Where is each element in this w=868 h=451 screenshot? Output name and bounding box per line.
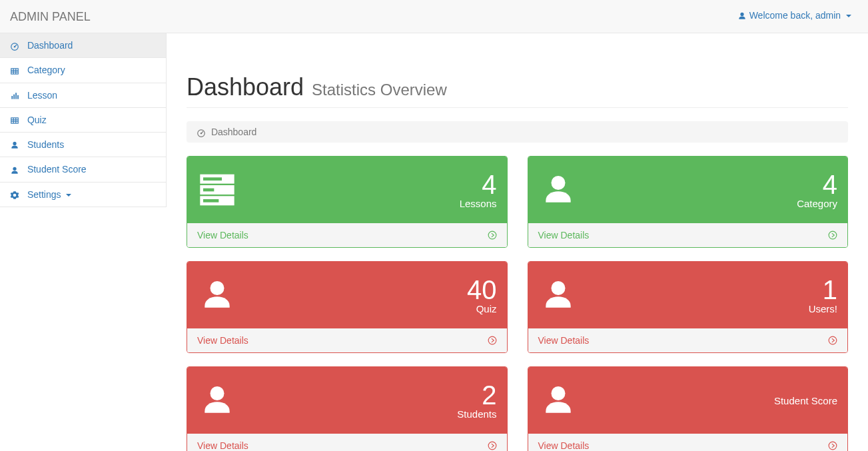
page-header: Dashboard Statistics Overview — [187, 73, 848, 108]
view-details-link[interactable]: View Details — [528, 223, 848, 247]
card-value: 1 — [809, 276, 837, 303]
sidebar-item-label: Lesson — [27, 90, 57, 101]
card-student-score: Student Score View Details — [528, 366, 849, 451]
arrow-right-icon — [828, 336, 837, 345]
table-icon — [10, 116, 21, 125]
card-users: 1 Users! View Details — [528, 261, 849, 353]
user-icon — [10, 166, 21, 175]
user-menu[interactable]: Welcome back, admin — [731, 0, 858, 31]
caret-down-icon — [846, 15, 851, 17]
caret-down-icon — [66, 194, 71, 197]
card-value: 4 — [460, 171, 497, 198]
breadcrumb-text: Dashboard — [211, 127, 257, 137]
view-details-text: View Details — [197, 230, 248, 240]
sidebar-item-label: Student Score — [27, 164, 87, 175]
arrow-right-icon — [828, 441, 837, 450]
view-details-link[interactable]: View Details — [187, 328, 507, 352]
user-icon — [197, 382, 237, 419]
card-label: Lessons — [460, 198, 497, 209]
welcome-text: Welcome back, admin — [749, 10, 841, 21]
page-wrapper: Dashboard Statistics Overview Dashboard … — [167, 33, 868, 451]
arrow-right-icon — [828, 230, 837, 240]
card-value: 4 — [797, 171, 837, 198]
tasks-icon — [197, 171, 237, 209]
card-lessons: 4 Lessons View Details — [187, 156, 508, 248]
user-icon — [10, 141, 21, 150]
card-label: Users! — [809, 303, 837, 314]
page-title: Dashboard — [187, 73, 304, 101]
view-details-text: View Details — [538, 230, 590, 240]
sidebar: Dashboard Category Lesson Quiz Students … — [0, 33, 167, 207]
view-details-link[interactable]: View Details — [187, 223, 507, 247]
sidebar-item-student-score[interactable]: Student Score — [0, 157, 166, 182]
card-students: 2 Students View Details — [187, 366, 508, 451]
sidebar-item-category[interactable]: Category — [0, 58, 166, 83]
user-icon — [197, 276, 237, 314]
arrow-right-icon — [488, 336, 497, 345]
sidebar-item-label: Dashboard — [27, 40, 73, 51]
user-icon — [538, 382, 578, 419]
arrow-right-icon — [488, 441, 497, 450]
bar-chart-icon — [10, 91, 21, 101]
sidebar-item-quiz[interactable]: Quiz — [0, 108, 166, 133]
view-details-text: View Details — [197, 440, 248, 451]
sidebar-item-students[interactable]: Students — [0, 133, 166, 157]
card-category: 4 Category View Details — [528, 156, 849, 248]
user-icon — [737, 11, 747, 21]
card-value: 2 — [457, 382, 496, 408]
view-details-text: View Details — [197, 335, 248, 346]
card-label: Category — [797, 198, 837, 209]
sidebar-item-label: Quiz — [27, 115, 47, 125]
sidebar-item-label: Students — [27, 139, 64, 150]
view-details-link[interactable]: View Details — [528, 434, 848, 451]
card-quiz: 40 Quiz View Details — [187, 261, 508, 353]
sidebar-item-label: Settings — [27, 189, 61, 200]
top-navbar: ADMIN PANEL Welcome back, admin — [0, 0, 868, 33]
dashboard-icon — [10, 41, 21, 51]
brand[interactable]: ADMIN PANEL — [0, 0, 101, 33]
sidebar-item-dashboard[interactable]: Dashboard — [0, 33, 166, 58]
arrow-right-icon — [488, 230, 497, 240]
user-icon — [538, 171, 578, 209]
user-icon — [538, 276, 578, 314]
page-subtitle: Statistics Overview — [312, 81, 447, 99]
breadcrumb: Dashboard — [187, 121, 848, 143]
view-details-link[interactable]: View Details — [187, 434, 507, 451]
card-value: 40 — [467, 276, 497, 303]
card-label: Students — [457, 408, 496, 420]
dashboard-icon — [197, 127, 206, 137]
card-label: Student Score — [774, 395, 837, 406]
sidebar-item-settings[interactable]: Settings — [0, 183, 166, 207]
table-icon — [10, 67, 21, 76]
view-details-link[interactable]: View Details — [528, 328, 848, 352]
sidebar-item-lesson[interactable]: Lesson — [0, 83, 166, 108]
sidebar-item-label: Category — [27, 65, 65, 75]
view-details-text: View Details — [538, 440, 590, 451]
gear-icon — [10, 191, 21, 200]
view-details-text: View Details — [538, 335, 590, 346]
card-label: Quiz — [467, 303, 497, 314]
